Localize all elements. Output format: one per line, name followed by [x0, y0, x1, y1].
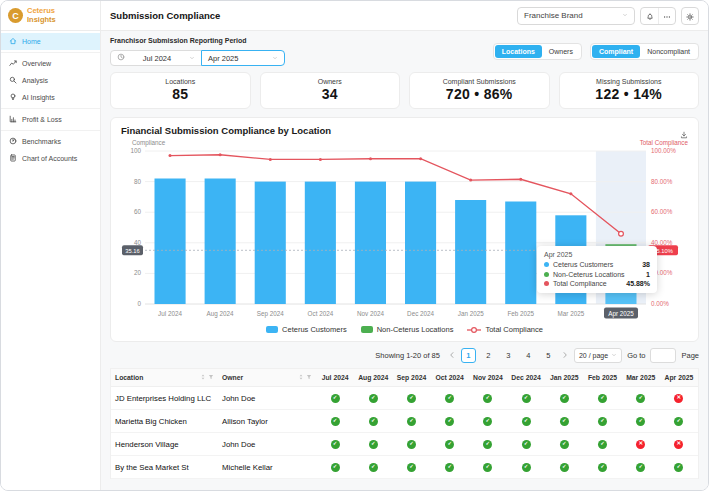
content: Franchisor Submission Reporting Period J… [101, 31, 708, 490]
check-circle-icon: ✓ [407, 463, 416, 472]
line-point-feb-2025[interactable] [519, 178, 522, 181]
ceterus-logo-icon: C [8, 8, 23, 23]
filter-icon[interactable] [208, 374, 214, 381]
legend-ceterus-customers[interactable]: Ceterus Customers [266, 325, 347, 334]
download-chart-button[interactable] [680, 125, 688, 143]
filter-icon[interactable] [306, 374, 312, 381]
status-cell-sep-2024: ✓ [392, 440, 430, 449]
check-circle-icon: ✓ [560, 463, 569, 472]
franchise-brand-select[interactable]: Franchise Brand [517, 7, 635, 25]
svg-text:Jan 2025: Jan 2025 [458, 310, 484, 317]
status-cell-oct-2024: ✓ [431, 394, 469, 403]
goto-page-input[interactable] [650, 348, 676, 363]
sidebar-item-label: Benchmarks [22, 138, 61, 145]
tooltip-dot [544, 262, 549, 267]
check-circle-icon: ✓ [369, 463, 378, 472]
chevron-left-icon [448, 351, 456, 361]
next-page-button[interactable] [561, 351, 569, 361]
main-panel: Submission Compliance Franchise Brand Fr… [101, 1, 708, 490]
sort-icon[interactable] [298, 374, 304, 381]
check-circle-icon: ✓ [369, 417, 378, 426]
tooltip-dot [544, 281, 549, 286]
sidebar-item-profit-loss[interactable]: Profit & Loss [1, 111, 100, 128]
page-button-5[interactable]: 5 [541, 348, 556, 363]
page-button-4[interactable]: 4 [521, 348, 536, 363]
bar-sep-2024[interactable] [255, 182, 286, 304]
line-point-sep-2024[interactable] [269, 158, 272, 161]
chevron-down-icon [611, 352, 617, 359]
svg-text:35.16: 35.16 [125, 248, 140, 254]
line-point-dec-2024[interactable] [419, 157, 422, 160]
bar-jul-2024[interactable] [155, 179, 186, 305]
sidebar-item-benchmarks[interactable]: Benchmarks [1, 133, 100, 150]
page-button-1[interactable]: 1 [461, 348, 476, 363]
close-circle-icon: ✕ [674, 440, 683, 449]
line-point-nov-2024[interactable] [369, 157, 372, 160]
stats-row: Locations 85Owners 34Compliant Submissio… [110, 72, 699, 109]
chart-tooltip-rows: Ceterus Customers 38 Non-Ceterus Locatio… [544, 261, 650, 287]
line-point-oct-2024[interactable] [319, 158, 322, 161]
sidebar-item-label: AI Insights [22, 94, 55, 101]
sort-icon[interactable] [200, 374, 206, 381]
sidebar-item-chart-of-accounts[interactable]: Chart of Accounts [1, 150, 100, 167]
toggle-noncompliant[interactable]: Noncompliant [640, 45, 697, 58]
table-body: JD Enterprises Holding LLC John Doe✓✓✓✓✓… [111, 387, 698, 479]
more-button[interactable] [658, 8, 675, 24]
stat-label: Compliant Submissions [410, 78, 549, 85]
svg-text:20: 20 [134, 269, 142, 276]
period-start-select[interactable]: Jul 2024 [110, 50, 202, 66]
toggle-owners[interactable]: Owners [542, 45, 580, 58]
line-point-aug-2024[interactable] [219, 153, 222, 156]
status-cell-dec-2024: ✓ [507, 440, 545, 449]
page-size-select[interactable]: 20 / page [574, 348, 622, 363]
page-button-2[interactable]: 2 [481, 348, 496, 363]
legend-non-ceterus-locations[interactable]: Non-Ceterus Locations [361, 325, 454, 334]
sidebar-item-label: Overview [22, 60, 51, 67]
sidebar-item-ai-insights[interactable]: AI Insights [1, 89, 100, 106]
status-cell-feb-2025: ✓ [583, 394, 621, 403]
bar-aug-2024[interactable] [205, 179, 236, 305]
svg-text:100.00%: 100.00% [651, 147, 676, 154]
column-header-feb-2025: Feb 2025 [583, 369, 621, 386]
column-header-location[interactable]: Location [111, 369, 218, 386]
bar-feb-2025[interactable] [505, 202, 536, 305]
page-label: Page [681, 351, 699, 360]
period-end-select[interactable]: Apr 2025 [201, 50, 285, 66]
bar-oct-2024[interactable] [305, 182, 336, 304]
line-point-jul-2024[interactable] [169, 154, 172, 157]
status-cell-feb-2025: ✓ [583, 463, 621, 472]
tooltip-row-ceterus-customers: Ceterus Customers 38 [544, 261, 650, 268]
bar-dec-2024[interactable] [405, 182, 436, 304]
toggle-compliant[interactable]: Compliant [592, 45, 640, 58]
sidebar-item-analysis[interactable]: Analysis [1, 72, 100, 89]
line-point-mar-2025[interactable] [569, 192, 572, 195]
notification-button[interactable] [641, 8, 658, 24]
svg-text:0: 0 [137, 300, 141, 307]
check-circle-icon: ✓ [407, 440, 416, 449]
document-icon [9, 154, 17, 163]
check-circle-icon: ✓ [331, 463, 340, 472]
bar-nov-2024[interactable] [355, 182, 386, 304]
line-point-apr-2025[interactable] [619, 231, 624, 236]
prev-page-button[interactable] [448, 351, 456, 361]
chevron-down-icon [272, 54, 278, 63]
sidebar-item-home[interactable]: Home [1, 33, 100, 50]
stat-label: Missing Submissions [560, 78, 699, 85]
toggle-filters: LocationsOwners CompliantNoncompliant [493, 43, 699, 60]
status-cell-jan-2025: ✓ [545, 463, 583, 472]
topbar: Submission Compliance Franchise Brand [101, 1, 708, 31]
gauge-icon [9, 137, 17, 146]
page-button-3[interactable]: 3 [501, 348, 516, 363]
svg-text:Aug 2024: Aug 2024 [207, 310, 234, 318]
toggle-locations[interactable]: Locations [495, 45, 542, 58]
legend-total-compliance[interactable]: Total Compliance [467, 325, 543, 334]
check-circle-icon: ✓ [522, 440, 531, 449]
pagination-summary: Showing 1-20 of 85 [375, 351, 440, 360]
column-header-owner[interactable]: Owner [218, 369, 316, 386]
line-point-jan-2025[interactable] [469, 179, 472, 182]
settings-button[interactable] [681, 7, 699, 25]
bar-jan-2025[interactable] [455, 200, 486, 304]
sidebar-item-overview[interactable]: Overview [1, 55, 100, 72]
goto-label: Go to [627, 351, 645, 360]
check-circle-icon: ✓ [636, 417, 645, 426]
